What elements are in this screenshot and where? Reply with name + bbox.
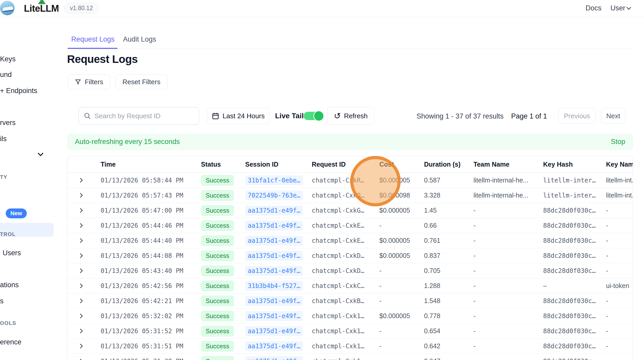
session-id-link[interactable]: aa1375d1-e49f… <box>245 221 303 231</box>
col-header-key-hash: Key Hash <box>543 161 606 168</box>
status-badge: Success <box>201 311 234 322</box>
session-id-link[interactable]: aa1375d1-e49f… <box>245 251 303 261</box>
sidebar-item-organizations[interactable]: ations <box>0 281 19 289</box>
sidebar-item-endpoints[interactable]: + Endpoints <box>0 87 37 95</box>
expand-row-chevron-icon[interactable] <box>78 329 83 333</box>
cell-key-name: - <box>606 267 633 274</box>
cell-request-id: chatcmpl-Cxk1… <box>312 328 379 335</box>
table-row[interactable]: 01/13/2026 05:44:08 PM Success aa1375d1-… <box>67 248 633 263</box>
cell-team-name: - <box>473 297 543 305</box>
cell-key-name: litellm-int... <box>606 192 633 199</box>
litellm-logo-icon <box>0 1 15 15</box>
table-row[interactable]: 01/13/2026 05:31:51 PM Success aa1375d1-… <box>67 339 633 354</box>
status-badge: Success <box>201 250 234 261</box>
col-header-time: Time <box>101 161 201 168</box>
expand-row-chevron-icon[interactable] <box>78 193 83 198</box>
expand-row-chevron-icon[interactable] <box>78 283 83 288</box>
session-id-link[interactable]: aa1375d1-e49f… <box>245 266 303 276</box>
previous-page-button[interactable]: Previous <box>558 108 596 124</box>
cell-duration: 3.328 <box>424 192 473 199</box>
sidebar-item-api-reference[interactable]: erence <box>0 338 22 346</box>
cell-team-name: - <box>473 207 543 214</box>
time-range-button[interactable]: Last 24 Hours <box>207 108 269 124</box>
table-row[interactable]: 01/13/2026 05:43:40 PM Success aa1375d1-… <box>67 263 633 278</box>
session-id-link[interactable]: aa1375d1-e49f… <box>245 311 303 321</box>
stop-auto-refresh-button[interactable]: Stop <box>611 138 625 146</box>
cell-request-id: chatcmpl-CxkE… <box>312 237 379 244</box>
cell-key-hash: 88dc28d0f030c… <box>543 237 606 244</box>
sidebar-section-observability: TY <box>0 174 8 180</box>
refresh-button[interactable]: ↺ Refresh <box>327 107 374 125</box>
session-id-link[interactable]: 31bfa1cf-0ebe… <box>245 175 303 185</box>
sidebar-item-keys[interactable]: Keys <box>0 55 16 63</box>
cell-duration: 0.66 <box>424 222 473 229</box>
tab-active-underline <box>68 48 118 49</box>
table-row[interactable]: 01/13/2026 05:47:00 PM Success aa1375d1-… <box>67 203 633 218</box>
expand-row-chevron-icon[interactable] <box>78 208 83 213</box>
table-row[interactable]: 01/13/2026 05:57:43 PM Success 7022549b-… <box>67 188 633 203</box>
expand-row-chevron-icon[interactable] <box>78 313 83 318</box>
tab-audit-logs[interactable]: Audit Logs <box>123 35 156 43</box>
table-row[interactable]: 01/13/2026 05:32:02 PM Success aa1375d1-… <box>67 309 633 324</box>
session-id-link[interactable]: aa1375d1-e49f… <box>245 356 303 360</box>
sidebar-collapse-chevron-icon[interactable] <box>38 150 44 156</box>
sidebar-item-guardrails[interactable]: ils <box>0 135 7 143</box>
tab-request-logs[interactable]: Request Logs <box>71 35 115 43</box>
session-id-link[interactable]: aa1375d1-e49f… <box>245 206 303 215</box>
session-id-link[interactable]: aa1375d1-e49f… <box>245 326 303 336</box>
cell-key-name: - <box>606 357 633 360</box>
cell-time: 01/13/2026 05:44:46 PM <box>101 222 201 229</box>
expand-row-chevron-icon[interactable] <box>78 223 83 228</box>
expand-row-chevron-icon[interactable] <box>78 253 83 258</box>
tabs-divider <box>67 49 633 49</box>
tree-decoration-icon <box>38 0 46 4</box>
cell-cost: $0.000005 <box>379 312 424 320</box>
cell-request-id: chatcmpl-CxkD… <box>312 252 379 259</box>
table-row[interactable]: 01/13/2026 05:44:46 PM Success aa1375d1-… <box>67 218 633 233</box>
table-row[interactable]: 01/13/2026 05:31:38 PM Success aa1375d1-… <box>67 354 633 360</box>
table-row[interactable]: 01/13/2026 05:42:56 PM Success 31b3b4b4-… <box>67 278 633 293</box>
new-badge: New <box>6 208 27 218</box>
nav-user-menu[interactable]: User <box>610 4 625 12</box>
session-id-link[interactable]: 31b3b4b4-f527… <box>245 281 303 291</box>
nav-docs-link[interactable]: Docs <box>586 4 602 12</box>
expand-row-chevron-icon[interactable] <box>78 178 83 182</box>
sidebar-item-internal-users[interactable]: Users <box>3 249 21 257</box>
expand-row-chevron-icon[interactable] <box>78 238 83 243</box>
cell-key-hash: 88dc28d0f030c… <box>543 328 606 335</box>
sidebar-section-tools: OOLS <box>0 320 16 326</box>
cell-key-name: - <box>606 252 633 259</box>
cell-request-id: chatcmpl-CxkE… <box>312 222 379 229</box>
live-tail-toggle[interactable] <box>304 112 323 120</box>
expand-row-chevron-icon[interactable] <box>78 298 83 303</box>
table-row[interactable]: 01/13/2026 05:44:40 PM Success aa1375d1-… <box>67 233 633 248</box>
table-row[interactable]: 01/13/2026 05:42:21 PM Success aa1375d1-… <box>67 293 633 309</box>
cell-key-name: - <box>606 297 633 305</box>
session-id-link[interactable]: 7022549b-763e… <box>245 191 303 200</box>
filters-button[interactable]: Filters <box>68 75 110 89</box>
next-page-button[interactable]: Next <box>601 108 625 124</box>
cell-time: 01/13/2026 05:42:21 PM <box>101 297 201 305</box>
sidebar-item-teams[interactable]: s <box>0 297 4 305</box>
expand-row-chevron-icon[interactable] <box>78 344 83 348</box>
reset-filters-button[interactable]: Reset Filters <box>115 75 167 89</box>
page-title: Request Logs <box>67 53 138 66</box>
table-row[interactable]: 01/13/2026 05:31:52 PM Success aa1375d1-… <box>67 324 633 339</box>
sidebar-item-servers[interactable]: rvers <box>0 119 16 127</box>
search-box[interactable] <box>79 107 199 125</box>
session-id-link[interactable]: aa1375d1-e49f… <box>245 296 303 306</box>
expand-row-chevron-icon[interactable] <box>78 268 83 273</box>
cell-key-hash: 88dc28d0f030c… <box>543 222 606 229</box>
session-id-link[interactable]: aa1375d1-e49f… <box>245 341 303 351</box>
cell-cost: $0.000005 <box>379 237 424 244</box>
session-id-link[interactable]: aa1375d1-e49f… <box>245 236 303 246</box>
reset-filters-label: Reset Filters <box>122 78 160 86</box>
search-input[interactable] <box>94 112 188 120</box>
cell-key-name: - <box>606 342 633 350</box>
cell-team-name: litellm-internal-he... <box>473 176 543 184</box>
cell-cost: - <box>379 342 424 350</box>
chevron-down-icon[interactable] <box>626 5 631 10</box>
table-body: 01/13/2026 05:58:44 PM Success 31bfa1cf-… <box>67 173 633 360</box>
sidebar-item-playground[interactable]: und <box>0 71 12 79</box>
expand-row-chevron-icon[interactable] <box>78 359 83 360</box>
